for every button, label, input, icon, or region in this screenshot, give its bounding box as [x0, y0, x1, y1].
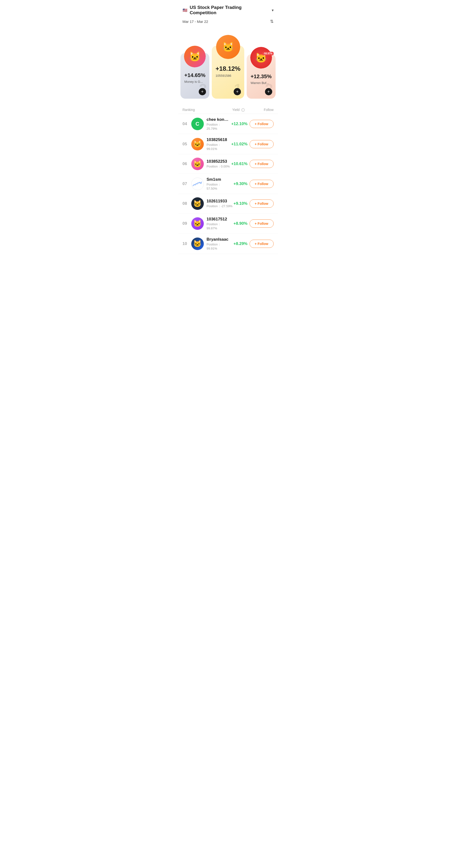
user-name: 102611933 [207, 199, 230, 204]
yield-value: +8.90% [230, 221, 250, 226]
avatar-emoji: 🐱 [193, 140, 202, 148]
loss-badge-third: -58.97% [262, 52, 274, 55]
user-info: chee kong Ng... Position：25.79% [207, 117, 230, 130]
user-avatar [191, 178, 204, 190]
podium-yield-third: +12.35% [251, 73, 272, 80]
follow-button[interactable]: + Follow [250, 219, 274, 228]
podium-section: 🐱 2 +14.65% Money is G... + 🐱 1 +18.12% … [178, 29, 278, 106]
user-name: chee kong Ng... [207, 117, 230, 122]
ranking-list: 04 C chee kong Ng... Position：25.79% +12… [178, 114, 278, 254]
user-avatar: 🐱 [191, 197, 204, 210]
user-name: 103825618 [207, 137, 230, 142]
col-header-yield: Yield i [226, 108, 247, 112]
rank-number: 04 [182, 122, 191, 126]
podium-follow-btn-third[interactable]: + [265, 88, 272, 95]
user-position: Position：0.00% [207, 164, 230, 169]
podium-card-third: 🐱 -58.97% 3 +12.35% Warren Buf... + [247, 54, 275, 99]
user-avatar: 🐱 [191, 138, 204, 150]
user-position: Position：57.50% [207, 182, 230, 190]
user-position: Position：99.91% [207, 242, 230, 250]
user-avatar: 🐱 [191, 158, 204, 170]
user-name: BryanIsaac [207, 237, 230, 242]
avatar-circle-second: 🐱 [184, 46, 206, 67]
rank-number: 09 [182, 221, 191, 226]
avatar-circle-first: 🐱 [216, 35, 240, 59]
table-row: 04 C chee kong Ng... Position：25.79% +12… [178, 114, 278, 134]
competition-title: US Stock Paper Trading Competition [190, 5, 269, 16]
user-info: Sm1sm Position：57.50% [207, 177, 230, 190]
yield-value: +10.61% [230, 161, 250, 166]
user-info: 103617512 Position：99.87% [207, 217, 230, 230]
podium-follow-btn-first[interactable]: + [234, 88, 241, 95]
follow-button[interactable]: + Follow [250, 180, 274, 188]
user-avatar: C [191, 118, 204, 130]
follow-button[interactable]: + Follow [250, 120, 274, 128]
user-avatar: 🐱 [191, 238, 204, 250]
podium-yield-first: +18.12% [216, 65, 240, 72]
col-header-ranking: Ranking [182, 108, 226, 112]
yield-value: +9.30% [230, 181, 250, 186]
yield-value: +11.02% [230, 142, 250, 147]
rank-number: 06 [182, 161, 191, 166]
filter-icon[interactable]: ⇅ [270, 19, 274, 24]
podium-avatar-third: 🐱 [250, 47, 272, 69]
table-row: 05 🐱 103825618 Position：99.01% +11.02% +… [178, 134, 278, 154]
col-header-follow: Follow [247, 108, 274, 112]
yield-value: +9.10% [230, 201, 250, 206]
podium-avatar-second: 🐱 [184, 46, 206, 67]
avatar-circle-third: 🐱 [250, 47, 272, 69]
user-info: 103852253 Position：0.00% [207, 159, 230, 169]
podium-avatar-first: 🐱 [216, 35, 240, 59]
rank-number: 10 [182, 241, 191, 246]
table-row: 08 🐱 102611933 Position：-27.59% +9.10% +… [178, 194, 278, 213]
user-name: 103852253 [207, 159, 230, 164]
yield-value: +8.29% [230, 241, 250, 246]
yield-value: +12.10% [230, 122, 250, 126]
user-info: BryanIsaac Position：99.91% [207, 237, 230, 250]
follow-button[interactable]: + Follow [250, 199, 274, 208]
avatar-emoji: 🐱 [193, 219, 202, 227]
header-left: 🇺🇸 US Stock Paper Trading Competition ▾ [182, 5, 274, 16]
user-name: 103617512 [207, 217, 230, 222]
table-row: 10 🐱 BryanIsaac Position：99.91% +8.29% +… [178, 234, 278, 254]
table-row: 09 🐱 103617512 Position：99.87% +8.90% + … [178, 213, 278, 234]
podium-card-second: 🐱 2 +14.65% Money is G... + [180, 53, 209, 99]
follow-button[interactable]: + Follow [250, 160, 274, 168]
rank-number: 05 [182, 142, 191, 147]
rank-number: 08 [182, 201, 191, 206]
table-row: 06 🐱 103852253 Position：0.00% +10.61% + … [178, 154, 278, 174]
avatar-emoji: 🐱 [193, 200, 202, 208]
user-position: Position：99.01% [207, 143, 230, 151]
avatar-emoji: 🐱 [193, 160, 202, 168]
user-name: Sm1sm [207, 177, 230, 182]
follow-button[interactable]: + Follow [250, 240, 274, 248]
yield-info-icon[interactable]: i [241, 108, 245, 112]
dropdown-chevron-icon[interactable]: ▾ [272, 8, 274, 12]
user-avatar: 🐱 [191, 217, 204, 230]
date-range-text: Mar 17 - Mar 22 [182, 20, 208, 24]
user-position: Position：25.79% [207, 123, 230, 130]
rank-number: 07 [182, 181, 191, 186]
flag-icon: 🇺🇸 [182, 8, 188, 12]
podium-card-first: 🐱 1 +18.12% 105591586 + [212, 46, 244, 99]
user-position: Position：-27.59% [207, 204, 230, 208]
follow-button[interactable]: + Follow [250, 140, 274, 148]
user-position: Position：99.87% [207, 222, 230, 230]
avatar-letter: C [196, 121, 199, 127]
podium-follow-btn-second[interactable]: + [199, 88, 206, 95]
date-filter-row: Mar 17 - Mar 22 ⇅ [178, 18, 278, 29]
user-info: 102611933 Position：-27.59% [207, 199, 230, 208]
page-header: 🇺🇸 US Stock Paper Trading Competition ▾ [178, 0, 278, 18]
chart-avatar [192, 178, 204, 190]
table-header: Ranking Yield i Follow [178, 106, 278, 114]
podium-yield-second: +14.65% [184, 72, 205, 79]
table-row: 07 Sm1sm Position：57.50% +9.30% + Follow [178, 174, 278, 194]
podium-name-first: 105591586 [216, 74, 231, 78]
user-info: 103825618 Position：99.01% [207, 137, 230, 151]
avatar-emoji: 🐱 [193, 240, 202, 248]
